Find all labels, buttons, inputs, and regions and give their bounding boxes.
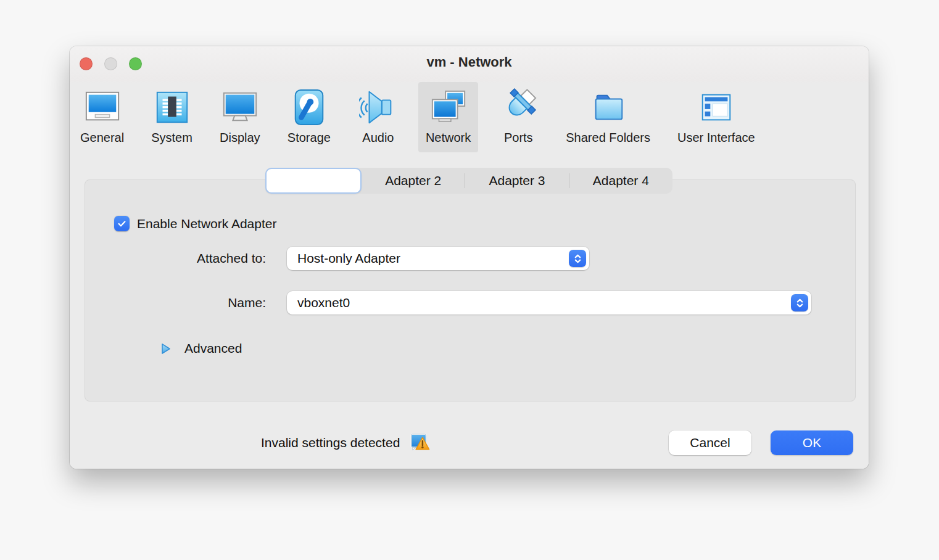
toolbar-item-ports[interactable]: Ports	[490, 82, 546, 152]
warning-icon	[410, 433, 431, 453]
user-interface-icon	[696, 87, 737, 128]
toolbar-label: System	[151, 131, 192, 145]
toolbar-label: Shared Folders	[566, 131, 650, 145]
desktop-background: { "window": { "title": "vm - Network" },…	[0, 0, 939, 560]
adapter-tabbar: Adapter 2 Adapter 3 Adapter 4	[265, 168, 672, 194]
tab-adapter-4[interactable]: Adapter 4	[569, 168, 672, 194]
settings-window: vm - Network General	[70, 46, 869, 469]
toolbar-item-shared-folders[interactable]: Shared Folders	[558, 82, 658, 152]
status-message: Invalid settings detected	[261, 430, 431, 455]
system-icon	[152, 87, 192, 128]
adapter-settings-panel: Enable Network Adapter Attached to: Host…	[85, 179, 856, 401]
name-value: vboxnet0	[287, 295, 791, 310]
name-label: Name:	[85, 291, 266, 315]
attached-to-value: Host-only Adapter	[287, 251, 569, 266]
audio-icon	[358, 87, 399, 128]
toolbar-item-storage[interactable]: Storage	[280, 82, 338, 152]
toolbar-label: Network	[426, 131, 471, 145]
toolbar-item-general[interactable]: General	[73, 82, 131, 152]
toolbar-item-display[interactable]: Display	[212, 82, 268, 152]
window-title: vm - Network	[70, 54, 869, 70]
ok-button[interactable]: OK	[771, 430, 853, 455]
toolbar-label: User Interface	[677, 131, 755, 145]
attached-to-dropdown[interactable]: Host-only Adapter	[287, 247, 589, 270]
enable-network-adapter-row: Enable Network Adapter	[114, 216, 276, 231]
toolbar-label: Audio	[362, 131, 394, 145]
checkmark-icon	[117, 218, 127, 229]
toolbar-item-audio[interactable]: Audio	[350, 82, 406, 152]
display-icon	[220, 87, 260, 128]
enable-network-adapter-label: Enable Network Adapter	[137, 216, 276, 231]
status-text: Invalid settings detected	[261, 435, 400, 450]
disclosure-triangle-icon	[161, 343, 171, 355]
network-icon	[428, 87, 469, 128]
tab-adapter-1[interactable]	[265, 168, 362, 194]
enable-network-adapter-checkbox[interactable]	[114, 216, 130, 231]
attached-to-label: Attached to:	[85, 247, 266, 270]
toolbar-label: Display	[220, 131, 260, 145]
tab-adapter-2[interactable]: Adapter 2	[362, 168, 465, 194]
storage-icon	[289, 87, 329, 128]
toolbar-label: General	[80, 131, 124, 145]
settings-toolbar: General System	[70, 82, 869, 152]
chevron-up-down-icon	[791, 294, 808, 311]
toolbar-label: Storage	[287, 131, 331, 145]
ports-icon	[498, 87, 539, 128]
cancel-button[interactable]: Cancel	[669, 430, 751, 455]
shared-folders-icon	[588, 87, 629, 128]
general-icon	[82, 87, 123, 128]
toolbar-item-system[interactable]: System	[144, 82, 200, 152]
name-dropdown[interactable]: vboxnet0	[287, 291, 811, 315]
toolbar-item-user-interface[interactable]: User Interface	[670, 82, 763, 152]
advanced-label: Advanced	[184, 341, 242, 356]
chevron-up-down-icon	[569, 250, 586, 267]
tab-adapter-3[interactable]: Adapter 3	[465, 168, 568, 194]
toolbar-label: Ports	[504, 131, 533, 145]
toolbar-item-network[interactable]: Network	[418, 82, 478, 152]
advanced-disclosure[interactable]: Advanced	[161, 341, 242, 356]
